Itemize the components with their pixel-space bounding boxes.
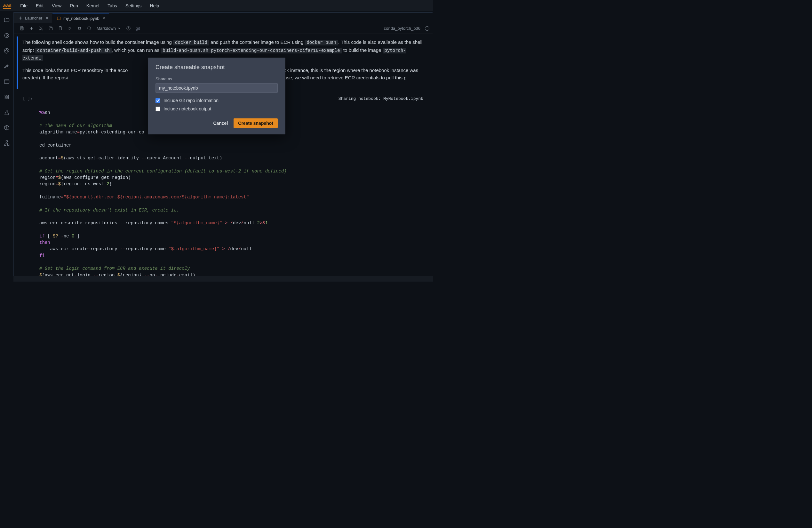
markdown-text: to build the image [342, 47, 383, 53]
svg-rect-5 [4, 80, 9, 84]
notebook-icon [56, 16, 61, 20]
plus-icon [18, 16, 23, 20]
celltype-select[interactable]: Markdown [94, 25, 124, 31]
close-icon[interactable]: × [46, 15, 48, 20]
svg-point-4 [8, 50, 8, 51]
panel-icon[interactable] [3, 78, 10, 85]
inline-code: container/build-and-push.sh [35, 48, 112, 54]
svg-rect-21 [57, 17, 60, 19]
tab-label: my_notebook.ipynb [63, 16, 100, 21]
chevron-down-icon [118, 27, 121, 30]
tab-bar: Launcher × my_notebook.ipynb × [14, 13, 433, 23]
share-status: Sharing notebook: MyNotebook.ipynb [338, 96, 423, 102]
menu-file[interactable]: File [16, 1, 31, 10]
svg-point-10 [7, 97, 9, 99]
svg-rect-32 [78, 27, 80, 29]
share-as-input[interactable] [156, 83, 278, 93]
svg-point-0 [4, 33, 9, 38]
paste-icon[interactable] [56, 24, 64, 33]
inline-code: docker build [173, 40, 209, 45]
inline-code: docker push [305, 40, 338, 45]
svg-rect-15 [6, 141, 8, 142]
content-area: Launcher × my_notebook.ipynb × [13, 12, 433, 282]
circle-icon[interactable] [3, 32, 10, 39]
copy-icon[interactable] [46, 24, 55, 33]
kernel-status-icon[interactable] [425, 26, 429, 31]
markdown-text: and push the container image to ECR usin… [209, 39, 305, 45]
create-snapshot-button[interactable]: Create snapshot [234, 118, 278, 128]
activity-bar [0, 12, 13, 282]
svg-point-8 [7, 95, 9, 97]
svg-point-2 [5, 50, 6, 51]
svg-rect-17 [8, 144, 9, 145]
menu-help[interactable]: Help [146, 1, 163, 10]
checkbox-label: Include Git repo information [163, 98, 218, 103]
menu-settings[interactable]: Settings [121, 1, 146, 10]
svg-rect-28 [50, 28, 53, 30]
menu-kernel[interactable]: Kernel [83, 1, 103, 10]
markdown-text: This code looks for an ECR repository in… [23, 68, 128, 73]
menu-edit[interactable]: Edit [32, 1, 47, 10]
run-icon[interactable] [65, 24, 74, 33]
network-icon[interactable] [3, 140, 10, 146]
aws-logo: aws [3, 3, 11, 9]
save-icon[interactable] [17, 24, 26, 33]
cancel-button[interactable]: Cancel [212, 119, 229, 128]
svg-point-3 [6, 49, 7, 50]
menu-run[interactable]: Run [66, 1, 82, 10]
kernel-name[interactable]: conda_pytorch_p36 [384, 26, 422, 31]
palette-icon[interactable] [3, 47, 10, 54]
share-snapshot-modal: Create shareable snapshot Share as Inclu… [148, 58, 285, 134]
tab-label: Launcher [25, 16, 42, 20]
menubar: aws File Edit View Run Kernel Tabs Setti… [0, 0, 433, 12]
status-bar [13, 276, 433, 282]
menu-view[interactable]: View [48, 1, 65, 10]
wrench-icon[interactable] [3, 63, 10, 70]
checkbox-output[interactable] [156, 106, 160, 111]
svg-rect-16 [4, 144, 6, 145]
cell-prompt: [ ]: [17, 94, 36, 101]
cube-icon[interactable] [3, 124, 10, 131]
celltype-label: Markdown [97, 26, 116, 31]
include-git-checkbox[interactable]: Include Git repo information [156, 98, 278, 103]
share-as-label: Share as [156, 76, 278, 81]
markdown-text: The following shell code shows how to bu… [23, 39, 173, 45]
close-icon[interactable]: × [103, 16, 105, 21]
svg-point-1 [6, 35, 8, 37]
menu-tabs[interactable]: Tabs [104, 1, 121, 10]
cut-icon[interactable] [37, 24, 45, 33]
brain-icon[interactable] [3, 94, 10, 100]
modal-title: Create shareable snapshot [156, 64, 278, 71]
restart-icon[interactable] [85, 24, 93, 33]
checkbox-label: Include notebook output [163, 106, 211, 111]
clock-icon[interactable] [124, 24, 133, 33]
stop-icon[interactable] [75, 24, 84, 33]
git-button[interactable]: git [134, 26, 142, 31]
toolbar: Markdown git conda_pytorch_p36 [14, 23, 433, 34]
flask-icon[interactable] [3, 109, 10, 116]
add-icon[interactable] [27, 24, 36, 33]
svg-point-9 [5, 97, 6, 99]
include-output-checkbox[interactable]: Include notebook output [156, 106, 278, 111]
tab-launcher[interactable]: Launcher × [14, 13, 53, 23]
checkbox-git[interactable] [156, 98, 160, 103]
folder-icon[interactable] [3, 17, 10, 24]
svg-marker-31 [69, 27, 71, 30]
svg-point-7 [5, 95, 6, 97]
markdown-text: , which you can run as [112, 47, 161, 53]
tab-notebook[interactable]: my_notebook.ipynb × [53, 13, 110, 23]
inline-code: build-and-push.sh pytorch-extending-our-… [161, 48, 342, 54]
